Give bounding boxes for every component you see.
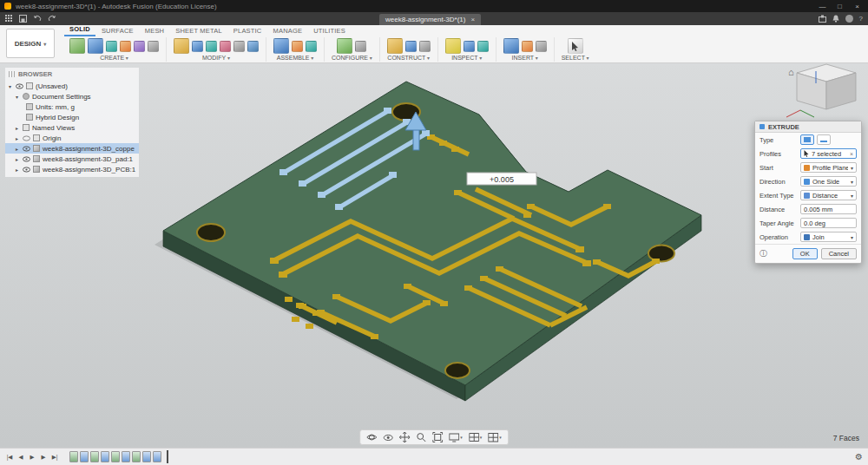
distance-input[interactable]: 0.005 mm [800, 204, 857, 214]
construction-point-icon[interactable] [419, 41, 431, 52]
ok-button[interactable]: OK [792, 248, 818, 259]
timeline-position-marker[interactable] [167, 450, 168, 463]
loft-icon[interactable] [134, 41, 145, 52]
distance-tooltip-value[interactable]: +0.005 [490, 175, 514, 184]
go-to-end-button[interactable]: ▶| [50, 454, 59, 461]
sweep-icon[interactable] [120, 41, 131, 52]
pan-icon[interactable] [399, 432, 410, 442]
group-label-construct[interactable]: CONSTRUCT [387, 55, 430, 61]
workspace-switcher[interactable]: DESIGN [6, 29, 55, 58]
timeline-feature-icon[interactable] [69, 451, 78, 462]
section-analysis-icon[interactable] [477, 41, 489, 52]
timeline-feature-icon[interactable] [153, 451, 161, 462]
info-icon[interactable]: ⓘ [760, 250, 767, 258]
go-to-start-button[interactable]: |◀ [5, 454, 14, 461]
combine-icon[interactable] [220, 41, 231, 52]
browser-item-units[interactable]: Units: mm, g [5, 102, 139, 112]
collapsed-icon[interactable] [14, 167, 20, 173]
sketch-icon[interactable] [69, 38, 85, 54]
split-body-icon[interactable] [247, 41, 259, 52]
save-icon[interactable] [19, 15, 27, 23]
press-pull-icon[interactable] [174, 38, 189, 54]
fillet-icon[interactable] [192, 41, 203, 52]
close-button[interactable]: × [851, 3, 864, 10]
browser-item-unsaved[interactable]: (Unsaved) [5, 81, 139, 91]
interference-icon[interactable] [464, 41, 475, 52]
browser-item-origin[interactable]: Origin [5, 133, 139, 143]
timeline-feature-icon[interactable] [111, 451, 120, 462]
timeline-feature-icon[interactable] [132, 451, 141, 462]
clear-selection-icon[interactable]: × [850, 151, 853, 157]
eye-icon[interactable] [23, 156, 30, 162]
look-at-icon[interactable] [383, 434, 393, 442]
cancel-button[interactable]: Cancel [821, 248, 857, 259]
extensions-icon[interactable] [819, 15, 826, 23]
expand-icon[interactable] [7, 83, 13, 89]
direction-dropdown[interactable]: One Side [800, 176, 857, 187]
revolve-icon[interactable] [106, 41, 117, 52]
browser-item-document-settings[interactable]: Document Settings [5, 91, 139, 102]
notification-bell-icon[interactable] [832, 15, 839, 23]
group-label-inspect[interactable]: INSPECT [451, 55, 482, 61]
browser-item-pad-component[interactable]: week8-assignment-3D_pad:1 [5, 154, 139, 164]
timeline-feature-icon[interactable] [142, 451, 151, 462]
group-label-assemble[interactable]: ASSEMBLE [277, 55, 313, 61]
zoom-icon[interactable] [416, 432, 426, 442]
collapsed-icon[interactable] [14, 146, 20, 152]
grid-snaps-icon[interactable]: ▾ [469, 433, 483, 442]
decal-icon[interactable] [522, 41, 533, 52]
rigid-group-icon[interactable] [306, 41, 317, 52]
tab-surface[interactable]: SURFACE [96, 26, 139, 36]
data-panel-grid-icon[interactable] [5, 15, 13, 23]
distance-tooltip[interactable]: +0.005 [467, 173, 536, 185]
collapsed-icon[interactable] [14, 156, 20, 162]
minimize-button[interactable]: — [816, 3, 829, 10]
group-label-configure[interactable]: CONFIGURE [332, 55, 372, 61]
browser-item-copper-component[interactable]: week8-assignment-3D_coppe [5, 143, 139, 154]
viewports-icon[interactable]: ▾ [488, 433, 502, 442]
eye-icon[interactable] [23, 135, 30, 141]
offset-face-icon[interactable] [233, 41, 245, 52]
hole-icon[interactable] [148, 41, 159, 52]
group-label-select[interactable]: SELECT [562, 55, 589, 61]
type-extrude-button[interactable] [800, 134, 814, 145]
eye-icon[interactable] [23, 167, 30, 173]
maximize-button[interactable]: □ [833, 3, 846, 10]
tab-utilities[interactable]: UTILITIES [308, 26, 351, 36]
tab-close-icon[interactable]: × [470, 16, 475, 23]
measure-icon[interactable] [445, 38, 461, 54]
step-back-button[interactable]: ◀ [16, 454, 25, 461]
extrude-icon[interactable] [88, 38, 103, 54]
expand-icon[interactable] [14, 94, 20, 100]
group-label-insert[interactable]: INSERT [512, 55, 538, 61]
display-settings-icon[interactable]: ▾ [449, 433, 463, 442]
group-label-modify[interactable]: MODIFY [202, 55, 230, 61]
document-tab[interactable]: week8-assignment-3D*(1) × [379, 14, 481, 25]
tab-manage[interactable]: MANAGE [268, 26, 308, 36]
start-dropdown[interactable]: Profile Plane [800, 162, 857, 173]
extent-type-dropdown[interactable]: Distance [800, 190, 857, 200]
construction-plane-icon[interactable] [387, 38, 403, 54]
eye-icon[interactable] [16, 83, 23, 89]
eye-icon[interactable] [23, 146, 30, 152]
collapsed-icon[interactable] [14, 135, 20, 141]
insert-mesh-icon[interactable] [503, 38, 519, 54]
undo-icon[interactable] [33, 15, 42, 23]
select-cursor-icon[interactable] [568, 38, 583, 54]
tab-plastic[interactable]: PLASTIC [228, 26, 267, 36]
new-component-icon[interactable] [273, 38, 289, 54]
user-avatar[interactable] [845, 15, 853, 23]
timeline-feature-icon[interactable] [101, 451, 109, 462]
play-button[interactable]: ▶ [28, 454, 36, 461]
taper-angle-input[interactable]: 0.0 deg [800, 218, 857, 228]
operation-dropdown[interactable]: Join [800, 232, 857, 242]
browser-item-pcb-component[interactable]: week8-assignment-3D_PCB:1 [5, 164, 139, 174]
step-forward-button[interactable]: ▶ [39, 454, 48, 461]
construction-axis-icon[interactable] [405, 41, 417, 52]
timeline-feature-icon[interactable] [80, 451, 89, 462]
group-label-create[interactable]: CREATE [100, 55, 128, 61]
browser-item-named-views[interactable]: Named Views [5, 122, 139, 133]
tab-mesh[interactable]: MESH [140, 26, 169, 36]
configuration-table-icon[interactable] [355, 41, 366, 52]
timeline-feature-icon[interactable] [90, 451, 99, 462]
